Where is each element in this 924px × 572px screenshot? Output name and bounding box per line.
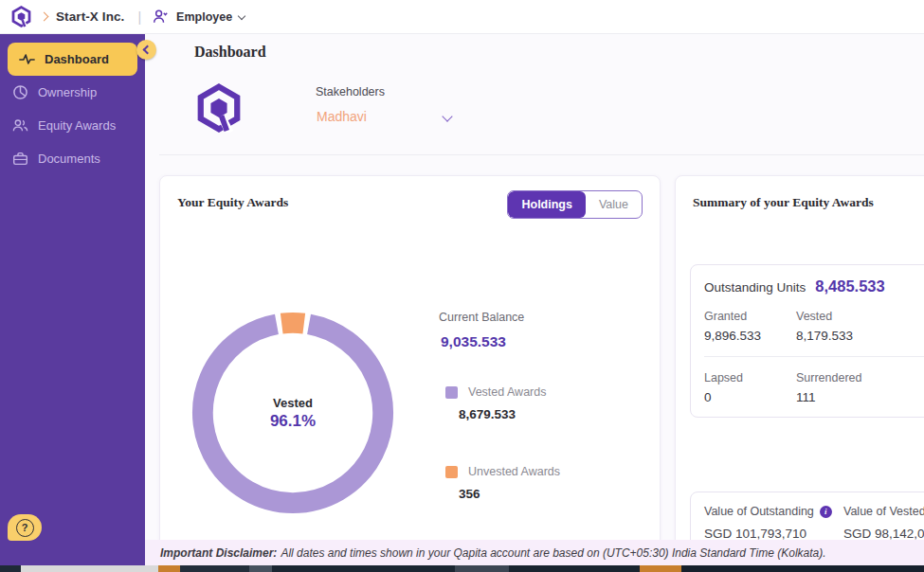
sidebar-item-label: Dashboard bbox=[45, 52, 109, 66]
toggle-holdings-button[interactable]: Holdings bbox=[508, 191, 585, 218]
disclaimer-bold: Important Disclaimer: bbox=[160, 546, 277, 560]
stakeholders-label: Stakeholders bbox=[316, 85, 385, 98]
vested-legend-value: 8,679.533 bbox=[459, 407, 516, 421]
role-selector[interactable]: Employee bbox=[176, 10, 232, 24]
equity-card-title: Your Equity Awards bbox=[177, 190, 288, 210]
donut-vested-arc bbox=[203, 324, 383, 503]
surrendered-label: Surrendered bbox=[796, 371, 924, 384]
sidebar-item-ownership[interactable]: Ownership bbox=[0, 76, 145, 109]
sidebar-item-label: Documents bbox=[38, 152, 100, 166]
lapsed-label: Lapsed bbox=[704, 371, 796, 384]
outstanding-units-box: Outstanding Units 8,485.533 Granted Vest… bbox=[690, 264, 924, 418]
vested-donut-chart: Vested 96.1% bbox=[190, 310, 396, 516]
legend-item-unvested: Unvested Awards bbox=[445, 465, 560, 478]
topbar-divider: | bbox=[137, 9, 141, 25]
value-of-outstanding-value: SGD 101,793,710 bbox=[704, 527, 843, 541]
chevron-left-icon bbox=[143, 45, 153, 55]
main-content: Dashboard Stakeholders Madhavi Your Equi… bbox=[145, 33, 924, 572]
value-of-outstanding-label: Value of Outstanding i bbox=[704, 505, 843, 518]
value-of-vested-label: Value of Vested bbox=[843, 505, 924, 518]
sidebar-item-label: Ownership bbox=[38, 85, 97, 99]
current-balance-value: 9,035.533 bbox=[441, 333, 506, 350]
vested-legend-swatch bbox=[445, 386, 458, 399]
holdings-value-toggle: Holdings Value bbox=[507, 190, 643, 219]
sidebar-item-equity-awards[interactable]: Equity Awards bbox=[0, 109, 145, 142]
surrendered-value: 111 bbox=[796, 390, 924, 404]
breadcrumb-chevron-icon bbox=[40, 12, 49, 22]
help-button[interactable]: ? bbox=[8, 514, 42, 541]
question-mark-icon: ? bbox=[16, 519, 34, 537]
summary-card-title: Summary of your Equity Awards bbox=[693, 190, 874, 210]
sidebar-item-documents[interactable]: Documents bbox=[0, 142, 145, 175]
summary-card: Summary of your Equity Awards Outstandin… bbox=[675, 175, 924, 572]
current-balance-label: Current Balance bbox=[439, 311, 524, 324]
people-icon bbox=[12, 117, 28, 134]
outstanding-units-label: Outstanding Units bbox=[704, 280, 806, 295]
value-of-vested-value: SGD 98,142,046 bbox=[843, 527, 924, 541]
unvested-legend-value: 356 bbox=[459, 487, 480, 501]
pie-chart-icon bbox=[12, 84, 28, 100]
unvested-legend-label: Unvested Awards bbox=[468, 465, 560, 478]
sidebar: Dashboard Ownership Equity Awards Docu bbox=[0, 33, 145, 565]
lapsed-value: 0 bbox=[704, 390, 796, 404]
sidebar-item-label: Equity Awards bbox=[38, 118, 116, 133]
vested-label: Vested bbox=[796, 310, 924, 323]
qapita-logo-icon[interactable] bbox=[10, 6, 32, 27]
legend-item-vested: Vested Awards bbox=[445, 385, 546, 399]
switch-role-icon bbox=[153, 9, 169, 25]
briefcase-icon bbox=[12, 151, 28, 167]
stakeholder-chevron-down-icon[interactable] bbox=[442, 111, 452, 121]
donut-unvested-arc bbox=[281, 323, 304, 324]
granted-value: 9,896.533 bbox=[704, 329, 796, 343]
top-bar: Start-X Inc. | Employee bbox=[0, 0, 924, 34]
granted-label: Granted bbox=[704, 310, 796, 323]
disclaimer-bar: Important Disclaimer: All dates and time… bbox=[145, 540, 924, 565]
toggle-value-button[interactable]: Value bbox=[586, 191, 642, 218]
vested-value: 8,179.533 bbox=[796, 329, 924, 343]
company-name[interactable]: Start-X Inc. bbox=[56, 9, 124, 24]
page-title: Dashboard bbox=[194, 44, 266, 61]
sidebar-collapse-button[interactable] bbox=[136, 40, 156, 60]
info-icon[interactable]: i bbox=[820, 506, 832, 518]
disclaimer-text: All dates and times shown in your Qapita… bbox=[281, 546, 825, 560]
vested-legend-label: Vested Awards bbox=[468, 385, 546, 399]
role-chevron-down-icon[interactable] bbox=[238, 11, 245, 19]
stats-divider bbox=[704, 356, 924, 357]
sidebar-item-dashboard[interactable]: Dashboard bbox=[8, 43, 137, 76]
activity-icon bbox=[19, 51, 35, 67]
outstanding-units-value: 8,485.533 bbox=[815, 277, 884, 295]
taskbar-edge bbox=[0, 565, 924, 572]
unvested-legend-swatch bbox=[445, 466, 458, 478]
header-divider bbox=[159, 154, 924, 155]
stakeholder-select[interactable]: Madhavi bbox=[317, 109, 367, 124]
stakeholder-company-logo bbox=[194, 83, 244, 133]
equity-awards-card: Your Equity Awards Holdings Value Vested… bbox=[159, 175, 661, 572]
